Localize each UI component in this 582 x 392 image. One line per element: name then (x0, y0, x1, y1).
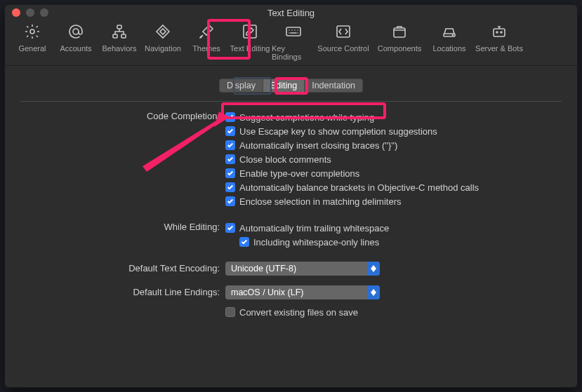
svg-point-1 (73, 29, 79, 34)
svg-rect-4 (121, 34, 126, 38)
window-title: Text Editing (5, 8, 577, 18)
label-while-editing: While Editing: (20, 221, 225, 232)
checkbox-label: Convert existing files on save (239, 307, 358, 318)
tab-display[interactable]: Display (219, 79, 263, 93)
checkbox-label: Use Escape key to show completion sugges… (239, 126, 437, 137)
svg-point-12 (496, 32, 498, 33)
brush-icon (198, 23, 215, 41)
keyboard-icon (285, 23, 302, 41)
select-value: Unicode (UTF-8) (225, 264, 367, 273)
toolbar-item-general[interactable]: General (11, 23, 54, 61)
checkbox-label: Automatically balance brackets in Object… (239, 182, 479, 193)
checkbox-close-block[interactable] (225, 154, 235, 164)
checkbox-trim[interactable] (225, 223, 235, 233)
select-value: macOS / Unix (LF) (225, 288, 367, 297)
toolbar-label: Text Editing (230, 44, 270, 53)
minimize-window-icon[interactable] (26, 8, 34, 17)
svg-point-13 (501, 32, 502, 33)
source-control-icon (335, 23, 352, 41)
toolbar-label: Key Bindings (272, 44, 315, 61)
label-default-line-endings: Default Line Endings: (20, 285, 225, 297)
toolbar-item-navigation[interactable]: Navigation (141, 23, 185, 61)
bot-icon (491, 23, 508, 41)
svg-rect-11 (494, 29, 505, 36)
select-encoding[interactable]: Unicode (UTF-8) (225, 262, 380, 276)
toolbar-item-behaviors[interactable]: Behaviors (98, 23, 141, 61)
label-default-encoding: Default Text Encoding: (20, 262, 225, 273)
navigation-icon (154, 23, 171, 41)
checkbox-label: Suggest completions while typing (239, 112, 374, 123)
checkbox-braces[interactable] (225, 140, 235, 150)
toolbar-label: Behaviors (102, 44, 137, 53)
checkbox-escape[interactable] (225, 126, 235, 136)
svg-rect-6 (286, 27, 300, 36)
toolbar-item-locations[interactable]: Locations (428, 23, 471, 61)
disk-icon (441, 23, 458, 41)
svg-rect-2 (117, 25, 121, 29)
svg-rect-3 (113, 34, 117, 38)
label-code-completion: Code Completion: (20, 110, 225, 121)
checkbox-label: Enable type-over completions (239, 168, 359, 179)
checkbox-enclose[interactable] (225, 196, 235, 206)
nodes-icon (111, 23, 128, 41)
toolbar-label: Themes (192, 44, 220, 53)
chevron-updown-icon (367, 262, 380, 276)
window-controls[interactable] (12, 8, 48, 17)
svg-point-0 (30, 29, 34, 34)
package-icon (391, 23, 408, 41)
toolbar-item-accounts[interactable]: Accounts (54, 23, 98, 61)
toolbar-item-themes[interactable]: Themes (185, 23, 228, 61)
checkbox-label: Close block comments (239, 154, 331, 165)
gear-icon (24, 23, 41, 41)
chevron-updown-icon (367, 285, 380, 299)
checkbox-balance[interactable] (225, 182, 235, 192)
select-line-endings[interactable]: macOS / Unix (LF) (225, 285, 380, 299)
tab-editing[interactable]: Editing (263, 79, 305, 93)
checkbox-label: Enclose selection in matching delimiters (239, 196, 402, 207)
checkbox-whitespace-only[interactable] (239, 237, 249, 247)
close-window-icon[interactable] (12, 8, 20, 17)
toolbar-item-server-bots[interactable]: Server & Bots (471, 23, 527, 61)
zoom-window-icon[interactable] (40, 8, 48, 17)
toolbar-label: Components (378, 44, 421, 53)
svg-rect-8 (394, 28, 405, 37)
toolbar-label: Server & Bots (475, 44, 523, 53)
at-icon (67, 23, 84, 41)
checkbox-convert[interactable] (225, 307, 235, 317)
tab-indentation[interactable]: Indentation (305, 79, 363, 93)
checkbox-type-over[interactable] (225, 168, 235, 178)
checkbox-label: Including whitespace-only lines (253, 237, 379, 248)
toolbar-item-key-bindings[interactable]: Key Bindings (272, 23, 315, 61)
svg-rect-5 (244, 25, 256, 38)
toolbar-label: Accounts (60, 44, 91, 53)
toolbar-label: General (18, 44, 46, 53)
checkbox-label: Automatically insert closing braces ("}"… (239, 140, 397, 151)
toolbar-label: Source Control (317, 44, 369, 53)
toolbar-item-components[interactable]: Components (371, 23, 428, 61)
edit-icon (242, 23, 258, 41)
checkbox-label: Automatically trim trailing whitespace (239, 223, 389, 234)
checkbox-suggest[interactable] (225, 112, 235, 122)
toolbar-item-text-editing[interactable]: Text Editing (228, 23, 272, 61)
toolbar-label: Navigation (145, 44, 181, 53)
toolbar-label: Locations (432, 44, 465, 53)
svg-point-10 (453, 35, 454, 36)
toolbar-item-source-control[interactable]: Source Control (315, 23, 371, 61)
